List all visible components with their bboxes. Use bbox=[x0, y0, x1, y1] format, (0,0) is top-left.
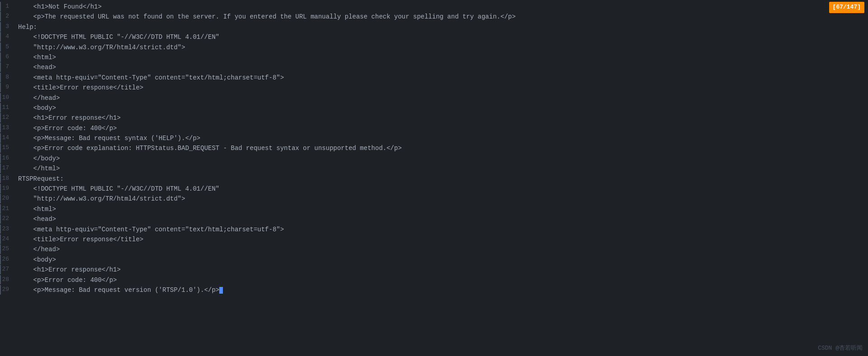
line-number: 28 bbox=[0, 275, 13, 285]
line-text: <head> bbox=[13, 214, 864, 224]
table-row: 1 <h1>Not Found</h1> bbox=[0, 2, 868, 12]
line-text: "http://www.w3.org/TR/html4/strict.dtd"> bbox=[13, 194, 864, 204]
line-text: <p>Error code: 400</p> bbox=[13, 275, 864, 285]
table-row: 27 <h1>Error response</h1> bbox=[0, 265, 868, 275]
line-text: <h1>Not Found</h1> bbox=[13, 2, 864, 12]
line-text: </html> bbox=[13, 164, 864, 173]
line-text: <h1>Error response</h1> bbox=[13, 113, 864, 123]
line-number: 3 bbox=[0, 22, 13, 32]
table-row: 29 <p>Message: Bad request version ('RTS… bbox=[0, 285, 868, 295]
line-text: </head> bbox=[13, 244, 864, 254]
line-number: 24 bbox=[0, 234, 13, 244]
table-row: 3Help: bbox=[0, 22, 868, 32]
line-number: 23 bbox=[0, 225, 13, 234]
table-row: 13 <p>Error code: 400</p> bbox=[0, 123, 868, 133]
editor: [67/147] 1 <h1>Not Found</h1>2 <p>The re… bbox=[0, 0, 868, 356]
line-number: 26 bbox=[0, 255, 13, 264]
line-text: <title>Error response</title> bbox=[13, 234, 864, 244]
line-number: 4 bbox=[0, 32, 13, 42]
line-number: 20 bbox=[0, 194, 13, 203]
line-number: 27 bbox=[0, 265, 13, 274]
line-text: <title>Error response</title> bbox=[13, 83, 864, 93]
table-row: 19 <!DOCTYPE HTML PUBLIC "-//W3C//DTD HT… bbox=[0, 184, 868, 194]
line-text: <p>Error code: 400</p> bbox=[13, 123, 864, 133]
table-row: 11 <body> bbox=[0, 103, 868, 113]
line-text: <p>The requested URL was not found on th… bbox=[13, 12, 864, 22]
table-row: 17 </html> bbox=[0, 164, 868, 173]
line-number: 9 bbox=[0, 83, 13, 92]
line-text: <meta http-equiv="Content-Type" content=… bbox=[13, 225, 864, 234]
line-number: 14 bbox=[0, 133, 13, 143]
table-row: 12 <h1>Error response</h1> bbox=[0, 113, 868, 123]
line-number: 19 bbox=[0, 184, 13, 193]
line-number: 13 bbox=[0, 123, 13, 133]
line-number: 22 bbox=[0, 214, 13, 224]
line-text: Help: bbox=[13, 22, 864, 32]
table-row: 6 <html> bbox=[0, 52, 868, 62]
table-row: 10 </head> bbox=[0, 93, 868, 103]
table-row: 22 <head> bbox=[0, 214, 868, 224]
line-text: <h1>Error response</h1> bbox=[13, 265, 864, 275]
table-row: 14 <p>Message: Bad request syntax ('HELP… bbox=[0, 133, 868, 143]
line-text: </body> bbox=[13, 154, 864, 164]
line-text: RTSPRequest: bbox=[13, 174, 864, 184]
line-number: 16 bbox=[0, 154, 13, 163]
line-number: 5 bbox=[0, 42, 13, 52]
table-row: 16 </body> bbox=[0, 154, 868, 164]
table-row: 24 <title>Error response</title> bbox=[0, 234, 868, 244]
line-text: <html> bbox=[13, 52, 864, 62]
table-row: 4 <!DOCTYPE HTML PUBLIC "-//W3C//DTD HTM… bbox=[0, 32, 868, 42]
line-number: 18 bbox=[0, 174, 13, 183]
line-number: 8 bbox=[0, 73, 13, 82]
line-text: <html> bbox=[13, 204, 864, 214]
line-text: <p>Error code explanation: HTTPStatus.BA… bbox=[13, 143, 864, 153]
line-text: </head> bbox=[13, 93, 864, 103]
line-text: <!DOCTYPE HTML PUBLIC "-//W3C//DTD HTML … bbox=[13, 32, 864, 42]
line-number: 2 bbox=[0, 12, 13, 21]
line-text: <head> bbox=[13, 62, 864, 72]
line-text: <body> bbox=[13, 103, 864, 113]
table-row: 9 <title>Error response</title> bbox=[0, 83, 868, 93]
table-row: 20 "http://www.w3.org/TR/html4/strict.dt… bbox=[0, 194, 868, 204]
watermark: CSDN @杏若听闻 bbox=[818, 344, 863, 353]
line-text: <body> bbox=[13, 255, 864, 265]
line-number: 12 bbox=[0, 113, 13, 122]
table-row: 18RTSPRequest: bbox=[0, 174, 868, 184]
line-number: 15 bbox=[0, 143, 13, 153]
line-text: <!DOCTYPE HTML PUBLIC "-//W3C//DTD HTML … bbox=[13, 184, 864, 194]
line-number: 21 bbox=[0, 204, 13, 214]
line-number: 10 bbox=[0, 93, 13, 103]
table-row: 2 <p>The requested URL was not found on … bbox=[0, 12, 868, 22]
line-number: 17 bbox=[0, 164, 13, 173]
line-text: <p>Message: Bad request syntax ('HELP').… bbox=[13, 133, 864, 143]
table-row: 8 <meta http-equiv="Content-Type" conten… bbox=[0, 73, 868, 83]
table-row: 23 <meta http-equiv="Content-Type" conte… bbox=[0, 225, 868, 234]
line-number: 1 bbox=[0, 2, 13, 11]
line-number: 6 bbox=[0, 52, 13, 62]
code-content: 1 <h1>Not Found</h1>2 <p>The requested U… bbox=[0, 2, 868, 295]
table-row: 7 <head> bbox=[0, 62, 868, 72]
table-row: 28 <p>Error code: 400</p> bbox=[0, 275, 868, 285]
line-number: 11 bbox=[0, 103, 13, 112]
line-number: 7 bbox=[0, 62, 13, 72]
table-row: 25 </head> bbox=[0, 244, 868, 254]
search-badge: [67/147] bbox=[829, 2, 864, 13]
line-text: "http://www.w3.org/TR/html4/strict.dtd"> bbox=[13, 42, 864, 52]
table-row: 21 <html> bbox=[0, 204, 868, 214]
text-cursor bbox=[219, 287, 223, 294]
line-number: 29 bbox=[0, 285, 13, 295]
line-text: <meta http-equiv="Content-Type" content=… bbox=[13, 73, 864, 83]
table-row: 26 <body> bbox=[0, 255, 868, 265]
line-number: 25 bbox=[0, 244, 13, 254]
table-row: 5 "http://www.w3.org/TR/html4/strict.dtd… bbox=[0, 42, 868, 52]
table-row: 15 <p>Error code explanation: HTTPStatus… bbox=[0, 143, 868, 153]
line-text: <p>Message: Bad request version ('RTSP/1… bbox=[13, 285, 864, 295]
